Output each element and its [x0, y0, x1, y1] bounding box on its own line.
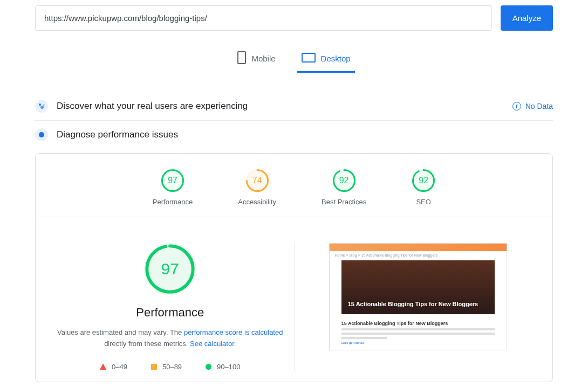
- score-best-practices[interactable]: 92 Best Practices: [322, 169, 366, 206]
- report-card: 97 Performance 74 Accessibility 92 Best …: [35, 153, 553, 382]
- no-data-link[interactable]: No Data: [512, 102, 553, 110]
- thumb-cta: Let's get started: [341, 341, 495, 344]
- tab-desktop-label: Desktop: [321, 54, 351, 63]
- thumb-breadcrumb: Home > Blog > 15 Actionable Blogging Tip…: [330, 251, 507, 259]
- score-label: Accessibility: [238, 198, 276, 206]
- score-label: SEO: [416, 198, 430, 206]
- performance-detail: 97 Performance Values are estimated and …: [36, 217, 552, 382]
- big-score-circle: 97: [144, 243, 196, 295]
- diagnose-section: Diagnose performance issues: [35, 121, 553, 149]
- thumb-subtitle: 15 Actionable Blogging Tips for New Blog…: [341, 321, 495, 326]
- performance-description: Values are estimated and may vary. The p…: [57, 327, 283, 350]
- discover-title: Discover what your real users are experi…: [57, 101, 512, 112]
- svg-point-6: [413, 170, 434, 191]
- thumb-body: 15 Actionable Blogging Tips for New Blog…: [330, 317, 507, 350]
- score-circle: 92: [332, 169, 356, 192]
- scores-row: 97 Performance 74 Accessibility 92 Best …: [36, 154, 552, 217]
- score-circle: 92: [412, 169, 435, 192]
- tab-mobile[interactable]: Mobile: [233, 46, 279, 73]
- discover-section: Discover what your real users are experi…: [35, 92, 553, 121]
- screenshot-preview: Home > Blog > 15 Actionable Blogging Tip…: [295, 243, 542, 371]
- circle-icon: [206, 364, 211, 370]
- legend-low: 0–49: [100, 363, 127, 371]
- svg-point-5: [333, 170, 354, 191]
- users-icon: [35, 100, 48, 113]
- tab-mobile-label: Mobile: [251, 54, 275, 63]
- score-label: Best Practices: [322, 198, 366, 206]
- score-seo[interactable]: 92 SEO: [412, 169, 435, 206]
- thumb-hero: 15 Actionable Blogging Tips for New Blog…: [341, 260, 495, 314]
- score-accessibility[interactable]: 74 Accessibility: [238, 169, 276, 206]
- no-data-label: No Data: [525, 102, 553, 110]
- svg-point-2: [43, 105, 45, 106]
- thumb-header: [330, 244, 507, 251]
- diagnose-icon: [35, 128, 48, 141]
- score-label: Performance: [153, 198, 193, 206]
- legend-mid: 50–89: [151, 363, 182, 371]
- score-performance[interactable]: 97 Performance: [153, 169, 193, 206]
- desktop-icon: [302, 53, 316, 64]
- square-icon: [151, 364, 157, 370]
- score-circle: 97: [161, 169, 184, 192]
- score-circle: 74: [245, 169, 269, 192]
- legend-high: 90–100: [206, 363, 240, 371]
- url-input[interactable]: [35, 5, 492, 31]
- performance-heading: Performance: [136, 306, 204, 320]
- diagnose-title: Diagnose performance issues: [57, 129, 553, 140]
- analyze-button[interactable]: Analyze: [501, 5, 553, 31]
- info-icon: [512, 102, 521, 110]
- device-tabs: Mobile Desktop: [35, 46, 553, 73]
- tab-desktop[interactable]: Desktop: [297, 46, 355, 73]
- mobile-icon: [237, 51, 246, 66]
- svg-point-4: [247, 170, 268, 191]
- svg-point-3: [162, 170, 183, 191]
- triangle-icon: [100, 363, 106, 370]
- svg-point-0: [39, 103, 41, 106]
- calc-link-1[interactable]: performance score is calculated: [184, 328, 283, 336]
- thumb-hero-title: 15 Actionable Blogging Tips for New Blog…: [348, 300, 488, 308]
- search-row: Analyze: [35, 5, 553, 31]
- calc-link-2[interactable]: See calculator.: [190, 340, 236, 348]
- page-thumbnail: Home > Blog > 15 Actionable Blogging Tip…: [329, 243, 507, 350]
- svg-point-1: [40, 106, 44, 109]
- performance-summary: 97 Performance Values are estimated and …: [46, 243, 295, 371]
- score-legend: 0–49 50–89 90–100: [100, 363, 240, 371]
- svg-point-7: [147, 246, 193, 292]
